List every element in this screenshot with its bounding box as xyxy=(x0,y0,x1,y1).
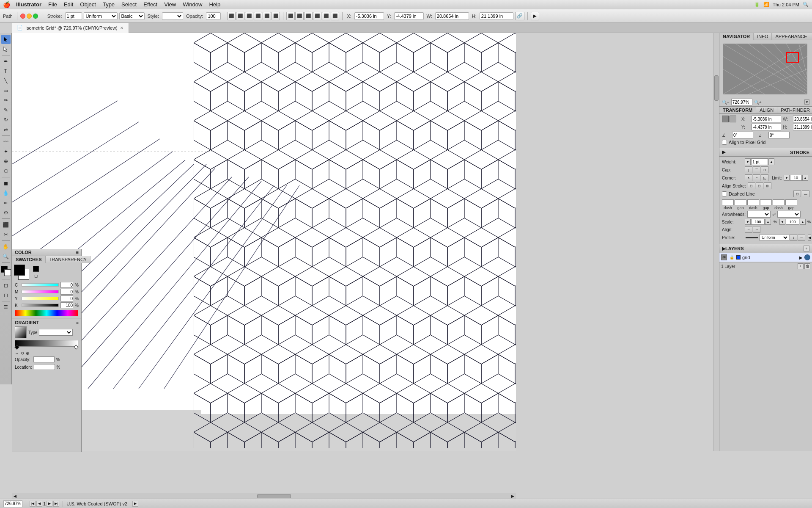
scale1-input[interactable] xyxy=(751,219,765,225)
direct-selection-tool[interactable] xyxy=(1,44,11,54)
freefrom-transform-tool[interactable]: ✦ xyxy=(1,147,11,156)
distrib-btn-5[interactable]: ⬛ xyxy=(322,12,330,20)
menu-window[interactable]: Window xyxy=(179,0,206,9)
align-arrow-btn1[interactable]: ← xyxy=(745,226,752,233)
limit-down-btn[interactable]: ▼ xyxy=(784,175,790,181)
menu-effect[interactable]: Effect xyxy=(140,0,161,9)
maximize-button[interactable] xyxy=(33,14,38,19)
scale2-input[interactable] xyxy=(786,219,799,225)
profile-flip2-btn[interactable]: ↔ xyxy=(798,234,805,241)
gradient-options-btn[interactable]: ≡ xyxy=(76,320,79,325)
tab-pathfinder[interactable]: PATHFINDER xyxy=(777,107,812,113)
gap2-input[interactable] xyxy=(760,199,772,205)
selection-tool[interactable] xyxy=(1,35,11,44)
transform-extra-btn[interactable]: ▶ xyxy=(531,12,539,20)
m-value-input[interactable] xyxy=(60,289,73,295)
scale2-down-btn[interactable]: ▼ xyxy=(779,219,785,225)
blend-tool[interactable]: ∞ xyxy=(1,198,11,207)
layer-visibility-btn[interactable]: 👁 xyxy=(721,254,727,260)
distrib-btn-1[interactable]: ⬛ xyxy=(286,12,295,20)
transform-ref-icon2[interactable] xyxy=(730,116,736,122)
slice-tool[interactable]: ✂ xyxy=(1,230,11,239)
corner-round-btn[interactable]: ⌢ xyxy=(753,174,760,181)
pen-tool[interactable]: ✒ xyxy=(1,57,11,66)
reflect-tool[interactable]: ⇌ xyxy=(1,125,11,134)
opacity-input[interactable] xyxy=(206,12,221,20)
draw-mode-normal[interactable]: ◻ xyxy=(1,281,11,290)
panel-options-btn[interactable]: ▼ xyxy=(804,99,809,105)
distrib-btn-4[interactable]: ⬛ xyxy=(313,12,321,20)
scale1-up-btn[interactable]: ▲ xyxy=(765,219,771,225)
minimize-button[interactable] xyxy=(27,14,32,19)
delete-layer-btn[interactable]: 🗑 xyxy=(804,263,810,269)
tab-align[interactable]: ALIGN xyxy=(756,107,777,113)
layer-expand-btn[interactable]: ▶ xyxy=(799,255,803,260)
menu-edit[interactable]: Edit xyxy=(60,0,77,9)
align-btn-2[interactable]: ⬛ xyxy=(236,12,244,20)
menu-file[interactable]: File xyxy=(45,0,60,9)
brush-select[interactable]: Basic xyxy=(119,12,145,20)
symbol-sprayer-tool[interactable]: ⊙ xyxy=(1,208,11,217)
navigator-zoom-input[interactable] xyxy=(731,99,752,105)
distrib-btn-3[interactable]: ⬛ xyxy=(304,12,313,20)
c-value-input[interactable] xyxy=(60,282,73,288)
menu-view[interactable]: View xyxy=(161,0,179,9)
align-btn-6[interactable]: ⬛ xyxy=(272,12,280,20)
document-tab[interactable]: 📄 Isometric Grid* @ 726.97% (CMYK/Previe… xyxy=(12,23,129,33)
horizontal-scrollbar[interactable]: ◀ ▶ xyxy=(12,493,516,499)
angle-input[interactable] xyxy=(732,132,753,138)
dash-adjust-btn[interactable]: — xyxy=(802,190,809,197)
stroke-header[interactable]: ▶ STROKE xyxy=(719,148,812,157)
paintbrush-tool[interactable]: ✏ xyxy=(1,96,11,105)
dashed-line-checkbox[interactable] xyxy=(722,191,727,196)
pencil-tool[interactable]: ✎ xyxy=(1,105,11,115)
warp-tool[interactable]: 〰 xyxy=(1,137,11,146)
k-slider[interactable] xyxy=(22,304,59,307)
scale2-up-btn[interactable]: ▲ xyxy=(800,219,806,225)
fg-bg-colors[interactable] xyxy=(14,265,29,280)
k-value-input[interactable] xyxy=(60,302,73,308)
align-outside-btn[interactable]: ⊠ xyxy=(764,182,771,189)
layer-target[interactable] xyxy=(804,254,810,260)
corner-bevel-btn[interactable]: ◺ xyxy=(761,174,768,181)
stroke-style-select[interactable]: Uniform xyxy=(84,12,118,20)
apple-menu[interactable]: 🍎 xyxy=(0,1,13,8)
align-center-btn[interactable]: ⊟ xyxy=(748,182,755,189)
weight-input[interactable] xyxy=(751,158,768,165)
grad-snap-btn[interactable]: ⊕ xyxy=(26,351,29,356)
weight-up-btn[interactable]: ▲ xyxy=(768,158,774,165)
align-pixel-checkbox[interactable] xyxy=(722,140,727,145)
cap-round-btn[interactable]: ⌒ xyxy=(753,166,760,173)
dash2-input[interactable] xyxy=(747,199,759,205)
y-value-input[interactable] xyxy=(60,295,73,301)
dash3-input[interactable] xyxy=(773,199,785,205)
y-input[interactable] xyxy=(394,12,424,20)
profile-arrow-btn[interactable]: ▶ xyxy=(132,501,138,507)
status-profile-next[interactable]: ▶ xyxy=(132,501,138,507)
align-arrow-btn2[interactable]: → xyxy=(753,226,760,233)
align-btn-1[interactable]: ⬛ xyxy=(227,12,236,20)
profile-flip-btn[interactable]: ↕ xyxy=(790,234,797,241)
profile-extra-btn[interactable]: ◀ xyxy=(808,234,811,241)
artboard-tool[interactable]: ⬛ xyxy=(1,220,11,229)
transform-ref-icon[interactable] xyxy=(722,116,729,122)
layers-options-btn[interactable]: ≡ xyxy=(804,246,809,251)
location-input[interactable] xyxy=(34,364,55,370)
none-indicator[interactable] xyxy=(33,266,39,272)
screen-mode[interactable]: ☰ xyxy=(1,303,11,312)
canvas-area[interactable] xyxy=(12,33,516,451)
stroke-indicator[interactable]: ◻ xyxy=(33,273,39,279)
hand-tool[interactable]: ✋ xyxy=(1,242,11,251)
cap-square-btn[interactable]: ⊓ xyxy=(761,166,768,173)
limit-up-btn[interactable]: ▲ xyxy=(802,175,808,181)
constraint-btn[interactable]: 🔗 xyxy=(515,12,524,20)
close-button[interactable] xyxy=(20,14,25,19)
align-btn-4[interactable]: ⬛ xyxy=(254,12,262,20)
color-spectrum-bar[interactable] xyxy=(15,310,78,316)
type-tool[interactable]: T xyxy=(1,66,11,76)
tab-transparency[interactable]: TRANSPARENCY xyxy=(46,256,91,263)
menu-select[interactable]: Select xyxy=(118,0,140,9)
gradient-tool[interactable]: ◼ xyxy=(1,179,11,188)
tab-swatches[interactable]: SWATCHES xyxy=(12,256,46,263)
distrib-btn-6[interactable]: ⬛ xyxy=(331,12,339,20)
